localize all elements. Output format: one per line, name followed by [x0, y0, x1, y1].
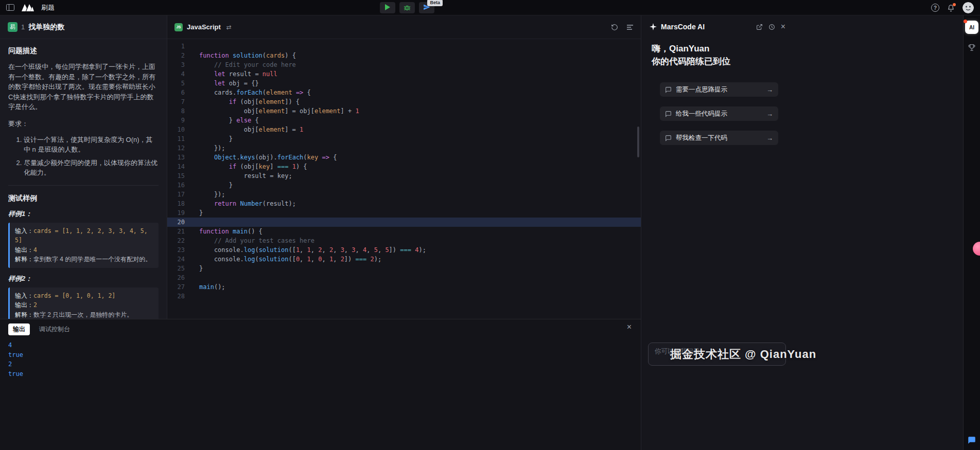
console-close-icon[interactable]: × — [627, 322, 632, 332]
marscode-ai-button[interactable]: AI — [965, 21, 978, 34]
ai-button-label: AI — [969, 25, 974, 30]
code-line[interactable]: 10 obj[element] = 1 — [167, 125, 641, 134]
ai-header: MarsCode AI × — [641, 15, 792, 35]
code-line[interactable]: 1 — [167, 42, 641, 51]
code-line[interactable]: 20 — [167, 218, 641, 227]
console-tabs: 输出 调试控制台 — [8, 323, 633, 335]
tab-output[interactable]: 输出 — [8, 323, 30, 335]
main-area: 易 1 找单独的数 问题描述 在一个班级中，每位同学都拿到了一张卡片，上面有一个… — [0, 15, 980, 450]
code-line[interactable]: 15 result = key; — [167, 171, 641, 181]
problem-title: 找单独的数 — [28, 23, 64, 32]
topbar-left: 刷题 — [6, 3, 55, 12]
example-input-value: cards = [0, 1, 0, 1, 2] — [33, 292, 115, 299]
open-in-new-icon[interactable] — [756, 24, 763, 30]
code-lines: 12function solution(cards) {3 // Edit yo… — [167, 42, 641, 301]
code-line[interactable]: 8 obj[element] = obj[element] + 1 — [167, 106, 641, 116]
code-line[interactable]: 17 }); — [167, 190, 641, 199]
submit-button[interactable]: Beta — [419, 2, 434, 13]
line-number: 16 — [167, 181, 192, 190]
code-line[interactable]: 22 // Add your test cases here — [167, 236, 641, 245]
help-icon[interactable]: ? — [931, 4, 939, 12]
notifications-icon[interactable] — [947, 4, 955, 12]
code-line[interactable]: 25} — [167, 264, 641, 273]
code-line[interactable]: 14 if (obj[key] === 1) { — [167, 162, 641, 171]
example-input-label: 输入： — [15, 292, 33, 299]
code-line[interactable]: 21function main() { — [167, 227, 641, 236]
code-line[interactable]: 11 } — [167, 134, 641, 143]
ai-suggestion-review[interactable]: 帮我检查一下代码 → — [660, 131, 778, 145]
example-block: 输入：cards = [0, 1, 0, 1, 2] 输出：2 解释：数字 2 … — [8, 287, 159, 319]
code-line[interactable]: 12 }); — [167, 143, 641, 153]
ai-greeting-line2: 你的代码陪练已到位 — [652, 55, 781, 68]
code-line[interactable]: 5 let obj = {} — [167, 79, 641, 88]
code-line[interactable]: 28 — [167, 292, 641, 301]
chat-bubble-icon — [665, 86, 672, 93]
sidebar-toggle-icon[interactable] — [6, 4, 14, 11]
language-tab[interactable]: JavaScript — [187, 23, 221, 31]
code-line[interactable]: 24 console.log(solution([0, 1, 0, 1, 2])… — [167, 255, 641, 264]
ai-notification-dot — [964, 20, 967, 23]
line-number: 3 — [167, 60, 192, 69]
code-line[interactable]: 18 return Number(result); — [167, 199, 641, 208]
tab-debug-console[interactable]: 调试控制台 — [39, 325, 70, 334]
code-line[interactable]: 3 // Edit your code here — [167, 60, 641, 69]
run-button[interactable] — [380, 2, 395, 13]
chat-bubble-icon — [665, 111, 672, 117]
line-number: 2 — [167, 51, 192, 60]
line-number: 18 — [167, 199, 192, 208]
arrow-right-icon: → — [766, 134, 773, 142]
problem-body: 问题描述 在一个班级中，每位同学都拿到了一张卡片，上面有一个整数。有趣的是，除了… — [0, 39, 167, 319]
code-line[interactable]: 16 } — [167, 181, 641, 190]
run-group: Beta — [380, 2, 434, 13]
ai-suggestion-label: 需要一点思路提示 — [676, 85, 727, 94]
app-title[interactable]: 刷题 — [41, 3, 55, 12]
line-number: 25 — [167, 264, 192, 273]
example-output-label: 输出： — [15, 246, 33, 254]
reset-code-icon[interactable] — [611, 24, 618, 31]
example-explain-text: 拿到数字 4 的同学是唯一一个没有配对的。 — [33, 256, 151, 263]
topbar-right: ? — [931, 0, 974, 15]
upper-row: 易 1 找单独的数 问题描述 在一个班级中，每位同学都拿到了一张卡片，上面有一个… — [0, 15, 641, 319]
editor-header: JS JavaScript ⇄ — [167, 15, 641, 39]
code-line[interactable]: 27main(); — [167, 282, 641, 292]
code-line[interactable]: 6 cards.forEach(element => { — [167, 88, 641, 97]
example-explain-label: 解释： — [15, 311, 33, 318]
code-line[interactable]: 7 if (obj[element]) { — [167, 97, 641, 106]
ai-suggestion-list: 需要一点思路提示 → 给我一些代码提示 → 帮我检查一下代码 → — [641, 82, 792, 145]
code-line[interactable]: 9 } else { — [167, 116, 641, 125]
code-editor[interactable]: 12function solution(cards) {3 // Edit yo… — [167, 39, 641, 319]
ai-suggestion-code-hint[interactable]: 给我一些代码提示 → — [660, 106, 778, 121]
requirement-item: 尽量减少额外空间的使用，以体现你的算法优化能力。 — [24, 158, 159, 178]
code-line[interactable]: 4 let result = null — [167, 69, 641, 79]
language-switch-icon[interactable]: ⇄ — [226, 24, 232, 31]
feedback-chat-icon[interactable] — [967, 436, 976, 445]
ai-suggestion-hint[interactable]: 需要一点思路提示 → — [660, 82, 778, 97]
code-line[interactable]: 13 Object.keys(obj).forEach(key => { — [167, 153, 641, 162]
rail-bottom — [967, 436, 976, 445]
code-line[interactable]: 23 console.log(solution([1, 1, 2, 2, 3, … — [167, 245, 641, 255]
marscode-logo[interactable] — [22, 4, 34, 11]
ai-header-icons: × — [756, 23, 785, 31]
format-icon[interactable] — [626, 24, 634, 31]
debug-button[interactable] — [399, 2, 415, 13]
line-number: 7 — [167, 97, 192, 106]
history-icon[interactable] — [768, 24, 775, 30]
ai-suggestion-label: 帮我检查一下代码 — [676, 134, 727, 142]
avatar[interactable] — [962, 2, 974, 13]
ai-content: MarsCode AI × 嗨，QianYuan 你的代码陪练已到位 — [641, 15, 792, 450]
floating-promo-button[interactable] — [973, 242, 980, 256]
line-number: 28 — [167, 292, 192, 301]
code-line[interactable]: 2function solution(cards) { — [167, 51, 641, 60]
console-output-line: true — [8, 350, 633, 360]
beta-badge: Beta — [427, 0, 443, 6]
code-line[interactable]: 26 — [167, 273, 641, 282]
ai-close-icon[interactable]: × — [781, 23, 785, 31]
example-input-label: 输入： — [15, 227, 33, 235]
contest-trophy-icon[interactable] — [968, 43, 976, 51]
editor-scrollbar[interactable] — [637, 127, 639, 157]
console-panel: 输出 调试控制台 × 4true2true — [0, 319, 641, 450]
code-line[interactable]: 19} — [167, 208, 641, 218]
section-title-description: 问题描述 — [8, 46, 159, 56]
notification-dot — [953, 3, 956, 6]
ai-chat-input[interactable] — [648, 343, 786, 366]
